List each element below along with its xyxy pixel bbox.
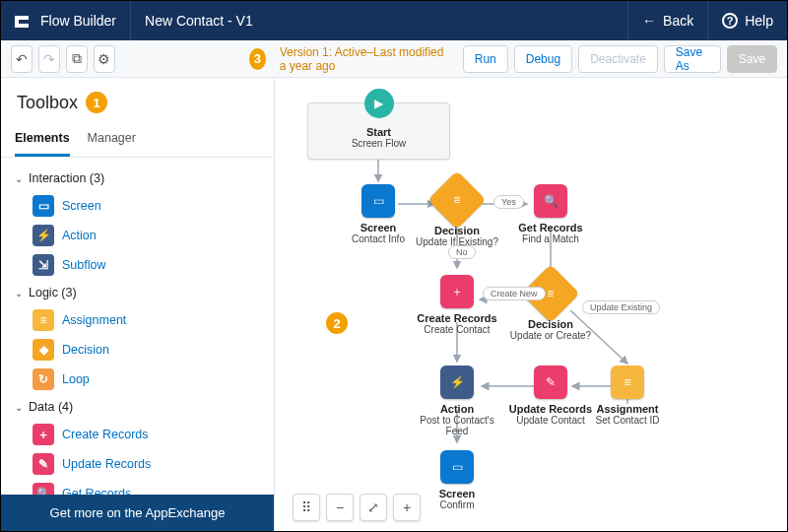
select-icon: ⠿ [301, 499, 311, 515]
subflow-icon: ⇲ [33, 254, 54, 276]
item-loop[interactable]: ↻Loop [11, 365, 264, 394]
screen-icon: ▭ [361, 184, 395, 218]
group-interaction[interactable]: ⌄Interaction (3) [11, 166, 264, 191]
version-status: Version 1: Active–Last modified a year a… [280, 45, 451, 73]
copy-button[interactable]: ⧉ [66, 45, 88, 73]
item-decision[interactable]: ◆Decision [11, 335, 264, 365]
chevron-down-icon: ⌄ [15, 173, 23, 184]
group-data[interactable]: ⌄Data (4) [11, 394, 264, 420]
brand-label: Flow Builder [40, 13, 116, 29]
back-button[interactable]: ← Back [627, 1, 707, 40]
arrow-left-icon: ← [642, 13, 656, 29]
item-assignment[interactable]: ≡Assignment [11, 305, 264, 335]
tab-manager[interactable]: Manager [88, 123, 136, 157]
edge-update-existing: Update Existing [582, 300, 660, 314]
toolbox-list: ⌄Interaction (3) ▭Screen ⚡Action ⇲Subflo… [1, 158, 274, 495]
chevron-down-icon: ⌄ [15, 402, 23, 413]
node-screen-contact-info[interactable]: ▭ Screen Contact Info [334, 184, 423, 244]
node-decision-update-if-existing[interactable]: ≡ Decision Update If Existing? [413, 179, 501, 247]
flow-title: New Contact - V1 [131, 13, 267, 29]
zoom-out-button[interactable]: − [326, 494, 354, 521]
run-button[interactable]: Run [463, 45, 508, 73]
node-start[interactable]: ▶ Start Screen Flow [307, 102, 450, 160]
fit-button[interactable]: ⤢ [360, 494, 387, 521]
node-screen-confirm[interactable]: ▭ Screen Confirm [413, 450, 501, 510]
item-screen[interactable]: ▭Screen [11, 191, 264, 221]
expand-icon: ⤢ [367, 499, 379, 515]
loop-icon: ↻ [33, 368, 54, 390]
debug-button[interactable]: Debug [514, 45, 572, 73]
assignment-icon: ≡ [33, 309, 54, 331]
assignment-icon: ≡ [611, 366, 644, 399]
flow-logo-icon [15, 15, 33, 27]
item-subflow[interactable]: ⇲Subflow [11, 250, 264, 280]
item-update-records[interactable]: ✎Update Records [11, 449, 264, 479]
save-button[interactable]: Save [727, 45, 777, 73]
decision-icon: ◆ [33, 339, 54, 361]
start-icon: ▶ [364, 89, 394, 118]
help-button[interactable]: ? Help [707, 1, 787, 40]
flow-canvas[interactable]: ▶ Start Screen Flow ▭ Screen Contact Inf… [275, 78, 787, 531]
saveas-button[interactable]: Save As [664, 45, 721, 73]
toolbox-sidebar: Toolbox 1 Elements Manager ⌄Interaction … [1, 78, 275, 531]
clipboard-icon: ⧉ [72, 50, 82, 67]
callout-3: 3 [249, 48, 266, 70]
update-records-icon: ✎ [534, 366, 567, 399]
redo-button[interactable]: ↷ [38, 45, 60, 73]
start-title: Start [366, 126, 391, 138]
node-assignment[interactable]: ≡ Assignment Set Contact ID [583, 366, 672, 426]
deactivate-button[interactable]: Deactivate [578, 45, 658, 73]
plus-icon: + [403, 499, 411, 515]
node-create-records[interactable]: ＋ Create Records Create Contact [413, 275, 501, 335]
create-records-icon: ＋ [440, 275, 474, 308]
main: Toolbox 1 Elements Manager ⌄Interaction … [1, 78, 787, 531]
chevron-down-icon: ⌄ [15, 288, 23, 299]
start-sub: Screen Flow [352, 138, 407, 149]
screen-icon: ▭ [33, 195, 54, 217]
callout-1: 1 [86, 92, 107, 113]
toolbox-title: Toolbox [17, 93, 78, 113]
node-update-records[interactable]: ✎ Update Records Update Contact [506, 366, 595, 426]
tab-elements[interactable]: Elements [15, 123, 70, 157]
gear-icon: ⚙ [98, 51, 110, 67]
settings-button[interactable]: ⚙ [94, 45, 115, 73]
decision-icon: ≡ [427, 170, 486, 229]
node-action-post-feed[interactable]: ⚡ Action Post to Contact's Feed [413, 366, 501, 436]
appexchange-link[interactable]: Get more on the AppExchange [1, 495, 274, 531]
minus-icon: − [336, 499, 344, 515]
screen-icon: ▭ [440, 450, 474, 484]
edge-yes: Yes [493, 195, 524, 209]
edge-create-new: Create New [483, 287, 546, 300]
create-records-icon: ＋ [33, 424, 54, 445]
zoom-controls: ⠿ − ⤢ + [293, 494, 421, 521]
back-label: Back [663, 13, 693, 29]
action-icon: ⚡ [33, 225, 54, 246]
help-label: Help [745, 13, 773, 29]
toolbar: ↶ ↷ ⧉ ⚙ 3 Version 1: Active–Last modifie… [1, 40, 787, 78]
undo-button[interactable]: ↶ [11, 45, 33, 73]
item-action[interactable]: ⚡Action [11, 221, 264, 250]
brand: Flow Builder [1, 1, 131, 40]
redo-icon: ↷ [43, 51, 55, 67]
help-icon: ? [722, 13, 738, 29]
node-get-records[interactable]: 🔍 Get Records Find a Match [506, 184, 595, 244]
get-records-icon: 🔍 [33, 483, 54, 495]
get-records-icon: 🔍 [534, 184, 567, 218]
undo-icon: ↶ [16, 51, 28, 67]
select-tool-button[interactable]: ⠿ [293, 494, 320, 521]
action-icon: ⚡ [440, 366, 474, 399]
sidebar-tabs: Elements Manager [1, 123, 274, 158]
item-create-records[interactable]: ＋Create Records [11, 420, 264, 449]
app-header: Flow Builder New Contact - V1 ← Back ? H… [1, 1, 787, 40]
callout-2: 2 [326, 312, 348, 334]
update-records-icon: ✎ [33, 453, 54, 475]
group-logic[interactable]: ⌄Logic (3) [11, 280, 264, 305]
item-get-records[interactable]: 🔍Get Records [11, 479, 264, 495]
edge-no: No [448, 245, 476, 259]
